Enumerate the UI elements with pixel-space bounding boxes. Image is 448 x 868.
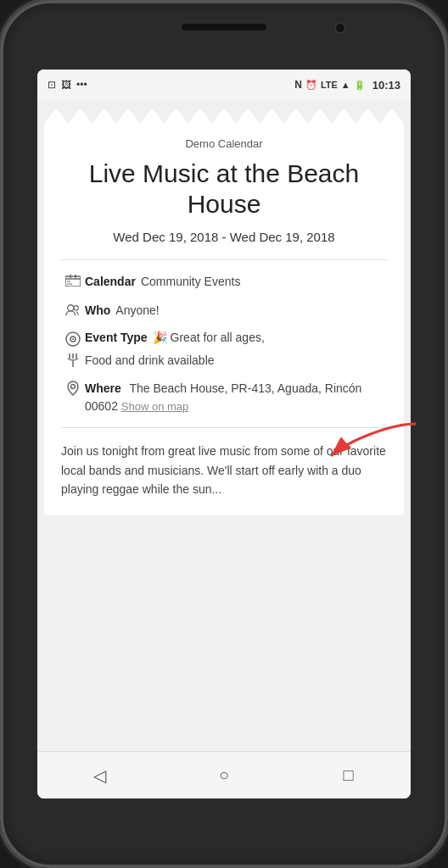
calendar-label: Calendar (85, 274, 136, 291)
who-row: Who Anyone! (61, 303, 387, 320)
svg-point-15 (71, 385, 76, 389)
svg-point-7 (74, 305, 78, 309)
camera (334, 22, 346, 34)
where-row: Where The Beach House, PR-413, Aguada, R… (61, 380, 387, 415)
signal-icon: ▲ (341, 80, 350, 90)
where-section: Where The Beach House, PR-413, Aguada, R… (61, 380, 387, 415)
lte-icon: LTE (321, 80, 338, 90)
status-right: N ⏰ LTE ▲ 🔋 10:13 (294, 79, 400, 92)
divider-2 (61, 427, 387, 428)
calendar-row: Calendar Community Events (61, 274, 387, 291)
svg-point-6 (68, 304, 74, 310)
status-left: ⊡ 🖼 ••• (48, 79, 87, 91)
nav-bar: ◁ ○ □ (37, 751, 411, 798)
screen: ⊡ 🖼 ••• N ⏰ LTE ▲ 🔋 10:13 Demo Calendar … (37, 70, 411, 798)
event-type-icon (61, 331, 85, 347)
content-area: Demo Calendar Live Music at the Beach Ho… (37, 100, 411, 751)
alarm-icon: ⏰ (305, 80, 317, 91)
status-time: 10:13 (372, 79, 400, 92)
where-icon (61, 381, 85, 396)
where-address: Where The Beach House, PR-413, Aguada, R… (85, 380, 387, 415)
event-date: Wed Dec 19, 2018 - Wed Dec 19, 2018 (61, 230, 387, 244)
where-value: The Beach House, PR-413, Aguada, Rincón … (85, 381, 361, 413)
show-on-map-link[interactable]: Show on map (121, 400, 189, 413)
where-label: Where (85, 381, 121, 395)
home-button[interactable]: ○ (203, 759, 245, 793)
who-icon (61, 303, 85, 317)
battery-icon: 🔋 (354, 80, 366, 91)
recent-button[interactable]: □ (328, 759, 370, 793)
food-label: Food and drink available (85, 353, 387, 367)
event-type-value: 🎉 Great for all ages, (153, 331, 387, 344)
speaker (182, 24, 266, 31)
who-value: Anyone! (115, 303, 387, 320)
image-icon: 🖼 (61, 79, 71, 91)
calendar-name: Demo Calendar (61, 137, 387, 150)
calendar-value: Community Events (141, 274, 387, 291)
event-title: Live Music at the Beach House (61, 159, 387, 220)
divider (61, 259, 387, 260)
back-icon: ◁ (93, 765, 106, 786)
more-icon: ••• (76, 79, 87, 91)
phone-shell: ⊡ 🖼 ••• N ⏰ LTE ▲ 🔋 10:13 Demo Calendar … (0, 0, 448, 868)
event-description: Join us tonight from great live music fr… (61, 442, 387, 498)
who-label: Who (85, 303, 110, 320)
svg-point-10 (72, 338, 74, 340)
nfc-icon: N (294, 79, 302, 91)
event-type-label: Event Type (85, 331, 148, 344)
ticket-container: Demo Calendar Live Music at the Beach Ho… (44, 108, 404, 515)
status-bar: ⊡ 🖼 ••• N ⏰ LTE ▲ 🔋 10:13 (37, 70, 411, 100)
zigzag-top (44, 108, 404, 124)
back-button[interactable]: ◁ (78, 759, 120, 793)
event-type-row: Event Type 🎉 Great for all ages, (61, 331, 387, 347)
recent-icon: □ (344, 765, 354, 785)
food-row: Food and drink available (61, 352, 387, 368)
food-icon (61, 353, 85, 368)
ticket-body: Demo Calendar Live Music at the Beach Ho… (44, 124, 404, 515)
browser-icon: ⊡ (48, 79, 56, 91)
calendar-icon (61, 275, 85, 287)
home-icon: ○ (219, 765, 229, 785)
